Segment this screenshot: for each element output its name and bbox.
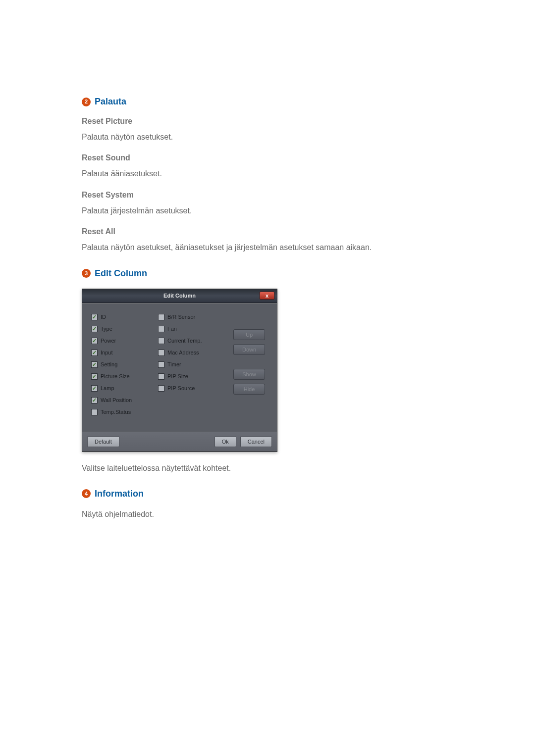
checkbox-row: Temp.Status: [91, 407, 152, 417]
up-button[interactable]: Up: [233, 329, 265, 340]
checkbox-row: Input: [91, 348, 152, 357]
checkbox-column-right: B/R SensorFanCurrent Temp.Mac AddressTim…: [158, 312, 221, 417]
heading-reset-picture: Reset Picture: [82, 117, 456, 126]
badge-4: 4: [82, 489, 91, 498]
checkbox[interactable]: [91, 326, 98, 332]
side-button-column: Up Down Show Hide: [227, 312, 271, 417]
section-information: 4 Information Näytä ohjelmatiedot.: [82, 489, 456, 520]
checkbox-label: PIP Size: [167, 373, 188, 379]
body-reset-picture: Palauta näytön asetukset.: [82, 132, 456, 143]
checkbox[interactable]: [158, 361, 164, 368]
checkbox-row: Setting: [91, 360, 152, 369]
checkbox-label: Temp.Status: [101, 409, 131, 415]
edit-column-caption: Valitse laiteluettelossa näytettävät koh…: [82, 463, 456, 474]
checkbox[interactable]: [91, 314, 98, 320]
body-reset-system: Palauta järjestelmän asetukset.: [82, 205, 456, 216]
checkbox-row: Fan: [158, 324, 221, 334]
default-button[interactable]: Default: [87, 436, 119, 447]
checkbox[interactable]: [91, 385, 98, 392]
dialog-titlebar: Edit Column x: [82, 289, 277, 303]
checkbox-label: Current Temp.: [167, 338, 202, 344]
checkbox-row: Type: [91, 324, 152, 334]
checkbox[interactable]: [91, 409, 98, 415]
checkbox-label: Picture Size: [101, 373, 130, 379]
checkbox-row: Timer: [158, 360, 221, 369]
edit-column-dialog: Edit Column x IDTypePowerInputSettingPic…: [82, 289, 277, 452]
checkbox[interactable]: [158, 326, 164, 332]
section-title-reset: Palauta: [95, 97, 126, 107]
section-header: 3 Edit Column: [82, 268, 456, 279]
body-information: Näytä ohjelmatiedot.: [82, 509, 456, 520]
checkbox-row: Wall Position: [91, 396, 152, 405]
checkbox-row: Current Temp.: [158, 336, 221, 346]
dialog-footer: Default Ok Cancel: [82, 432, 277, 452]
section-header: 2 Palauta: [82, 97, 456, 107]
show-button[interactable]: Show: [233, 369, 265, 380]
heading-reset-system: Reset System: [82, 191, 456, 200]
section-title-information: Information: [95, 489, 144, 499]
ok-button[interactable]: Ok: [214, 436, 236, 447]
checkbox-label: Type: [101, 326, 112, 332]
section-edit-column: 3 Edit Column Edit Column x IDTypePowerI…: [82, 268, 456, 474]
checkbox[interactable]: [91, 350, 98, 356]
close-button[interactable]: x: [260, 292, 274, 300]
checkbox[interactable]: [91, 373, 98, 380]
section-reset: 2 Palauta Reset Picture Palauta näytön a…: [82, 97, 456, 253]
down-button[interactable]: Down: [233, 344, 265, 355]
checkbox[interactable]: [158, 314, 164, 320]
checkbox-label: Fan: [167, 326, 177, 332]
checkbox-label: ID: [101, 314, 106, 320]
body-reset-sound: Palauta ääniasetukset.: [82, 168, 456, 179]
checkbox[interactable]: [158, 338, 164, 344]
body-reset-all: Palauta näytön asetukset, ääniasetukset …: [82, 242, 456, 253]
checkbox-row: B/R Sensor: [158, 312, 221, 322]
checkbox-label: Wall Position: [101, 397, 132, 403]
dialog-body: IDTypePowerInputSettingPicture SizeLampW…: [82, 303, 277, 432]
checkbox-label: Mac Address: [167, 350, 199, 355]
checkbox-label: Timer: [167, 361, 181, 367]
checkbox-row: Lamp: [91, 384, 152, 393]
checkbox-row: PIP Source: [158, 384, 221, 393]
heading-reset-sound: Reset Sound: [82, 153, 456, 162]
checkbox-label: Power: [101, 338, 116, 344]
badge-3: 3: [82, 269, 91, 278]
section-header: 4 Information: [82, 489, 456, 499]
checkbox-label: Lamp: [101, 385, 114, 391]
checkbox-row: ID: [91, 312, 152, 322]
hide-button[interactable]: Hide: [233, 384, 265, 395]
dialog-title: Edit Column: [163, 293, 196, 299]
checkbox-label: PIP Source: [167, 385, 195, 391]
checkbox[interactable]: [158, 385, 164, 392]
badge-2: 2: [82, 98, 91, 106]
checkbox-label: Input: [101, 350, 112, 355]
close-icon: x: [266, 293, 268, 299]
checkbox[interactable]: [91, 361, 98, 368]
checkbox[interactable]: [91, 338, 98, 344]
checkbox[interactable]: [91, 397, 98, 403]
checkbox[interactable]: [158, 373, 164, 380]
heading-reset-all: Reset All: [82, 227, 456, 236]
checkbox-row: Mac Address: [158, 348, 221, 357]
checkbox-row: Power: [91, 336, 152, 346]
section-title-edit-column: Edit Column: [95, 268, 147, 279]
checkbox-label: Setting: [101, 361, 117, 367]
cancel-button[interactable]: Cancel: [240, 436, 272, 447]
checkbox-row: PIP Size: [158, 372, 221, 381]
checkbox-row: Picture Size: [91, 372, 152, 381]
checkbox-label: B/R Sensor: [167, 314, 195, 320]
checkbox-column-left: IDTypePowerInputSettingPicture SizeLampW…: [91, 312, 152, 417]
checkbox[interactable]: [158, 350, 164, 356]
